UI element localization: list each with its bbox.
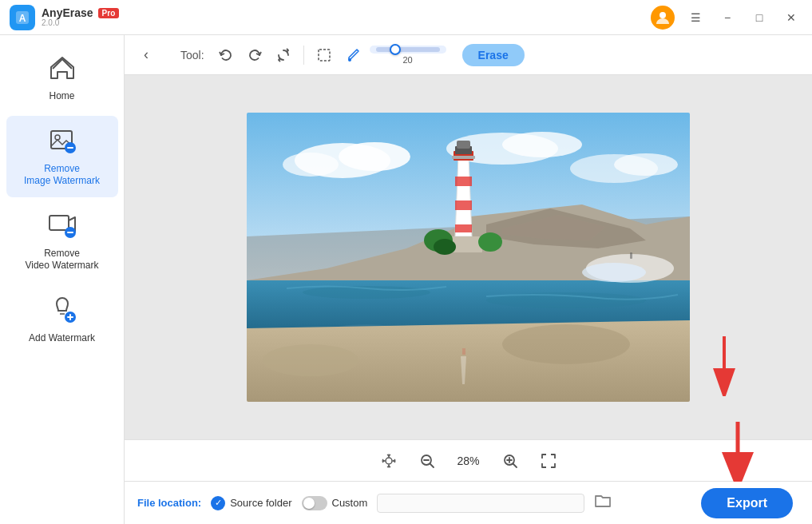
zoom-out-button[interactable] — [414, 448, 440, 474]
svg-text:A: A — [19, 13, 26, 24]
brush-tool-button[interactable] — [341, 43, 365, 67]
title-bar-left: A AnyErase Pro 2.0.0 — [10, 5, 119, 30]
app-version: 2.0.0 — [42, 18, 119, 27]
minimize-button[interactable]: − — [716, 6, 739, 29]
app-icon: A — [10, 5, 35, 30]
svg-point-2 — [660, 12, 666, 18]
main-layout: Home RemoveImage Watermark — [0, 35, 812, 524]
svg-rect-40 — [455, 177, 472, 186]
sidebar-item-home[interactable]: Home — [6, 43, 118, 113]
lighthouse-image — [247, 113, 690, 402]
sidebar-item-add-watermark[interactable]: Add Watermark — [6, 285, 118, 355]
svg-point-19 — [339, 142, 410, 171]
zoom-bar: 28% — [125, 439, 812, 481]
sidebar-item-home-label: Home — [49, 90, 74, 103]
rotate-button[interactable] — [271, 43, 295, 67]
maximize-button[interactable]: □ — [748, 6, 770, 29]
zoom-level: 28% — [453, 455, 485, 467]
svg-rect-41 — [455, 200, 472, 210]
export-arrow — [700, 332, 748, 399]
remove-video-watermark-icon — [48, 210, 77, 243]
tool-separator-1 — [303, 46, 304, 65]
file-location-label: File location: — [137, 497, 201, 509]
remove-image-watermark-icon — [48, 125, 77, 158]
back-button[interactable]: ‹ — [137, 43, 155, 66]
export-button[interactable]: Export — [701, 488, 793, 518]
source-folder-option[interactable]: ✓ Source folder — [211, 496, 291, 510]
erase-button[interactable]: Erase — [462, 44, 525, 66]
svg-rect-51 — [630, 252, 632, 259]
svg-point-22 — [502, 132, 582, 157]
undo-button[interactable] — [214, 43, 238, 67]
custom-path-input[interactable] — [377, 494, 584, 513]
svg-rect-45 — [457, 141, 470, 149]
sidebar-item-remove-video-watermark-label: RemoveVideo Watermark — [25, 248, 98, 272]
sidebar-item-remove-image-watermark[interactable]: RemoveImage Watermark — [6, 116, 118, 197]
svg-point-20 — [283, 153, 339, 177]
content-area: ‹ Tool: — [125, 35, 812, 524]
source-folder-label: Source folder — [230, 497, 291, 509]
pro-badge: Pro — [98, 8, 120, 18]
app-name: AnyErase — [42, 7, 93, 18]
svg-point-49 — [478, 232, 502, 252]
svg-point-33 — [582, 263, 646, 282]
svg-line-63 — [513, 463, 517, 467]
image-container — [247, 113, 690, 402]
svg-rect-42 — [455, 224, 472, 232]
title-bar-right: ☰ − □ ✕ — [651, 6, 802, 30]
source-folder-checkbox[interactable]: ✓ — [211, 496, 225, 510]
sidebar-item-remove-image-watermark-label: RemoveImage Watermark — [24, 163, 100, 188]
canvas-area — [125, 75, 812, 439]
close-button[interactable]: ✕ — [780, 6, 802, 29]
home-icon — [48, 53, 77, 85]
toolbar: ‹ Tool: — [125, 35, 812, 75]
add-watermark-icon — [48, 295, 77, 328]
svg-point-50 — [434, 239, 456, 255]
sidebar-item-add-watermark-label: Add Watermark — [29, 332, 95, 345]
menu-button[interactable]: ☰ — [684, 6, 707, 29]
svg-point-38 — [502, 324, 630, 364]
svg-point-37 — [263, 344, 358, 376]
slider-value: 20 — [402, 55, 412, 65]
svg-point-24 — [614, 153, 678, 176]
custom-toggle[interactable] — [302, 496, 327, 510]
file-location-bar: File location: ✓ Source folder Custom Ex… — [125, 481, 812, 524]
svg-point-16 — [348, 58, 351, 62]
zoom-in-button[interactable] — [497, 448, 523, 474]
sidebar: Home RemoveImage Watermark — [0, 35, 125, 524]
toggle-knob — [303, 498, 315, 509]
user-avatar-icon[interactable] — [651, 6, 675, 30]
redo-button[interactable] — [243, 43, 267, 67]
brush-size-slider[interactable]: 20 — [370, 46, 446, 65]
svg-rect-53 — [462, 348, 465, 355]
browse-folder-button[interactable] — [594, 493, 612, 513]
tool-buttons: 20 — [214, 43, 446, 67]
sidebar-item-remove-video-watermark[interactable]: RemoveVideo Watermark — [6, 200, 118, 282]
svg-line-59 — [430, 463, 434, 467]
custom-label: Custom — [332, 497, 368, 509]
tool-label: Tool: — [180, 49, 204, 62]
app-name-block: AnyErase Pro 2.0.0 — [42, 7, 119, 27]
fit-to-screen-button[interactable] — [536, 448, 561, 474]
svg-rect-46 — [452, 156, 475, 159]
custom-option[interactable]: Custom — [302, 496, 368, 510]
pan-button[interactable] — [376, 448, 402, 474]
svg-point-56 — [386, 458, 392, 464]
selection-tool-button[interactable] — [312, 43, 336, 67]
svg-rect-15 — [319, 50, 330, 61]
svg-rect-7 — [50, 216, 69, 230]
title-bar: A AnyErase Pro 2.0.0 ☰ − □ ✕ — [0, 0, 812, 35]
